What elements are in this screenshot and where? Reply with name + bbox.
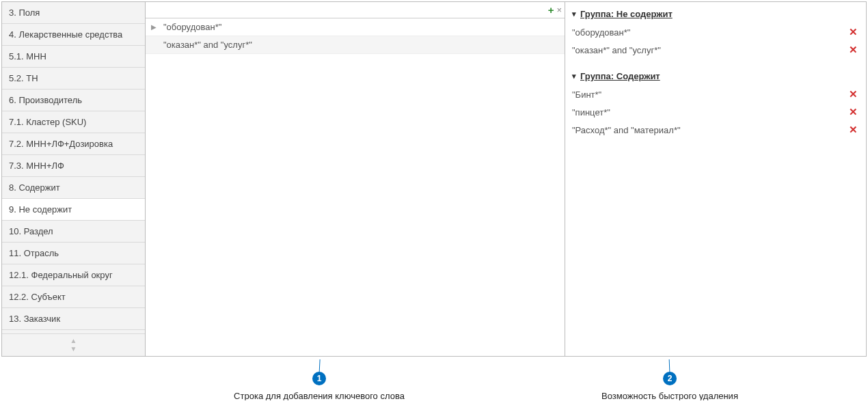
- center-toolbar: + ×: [146, 2, 565, 18]
- sidebar-item-label: 12.1. Федеральный округ: [9, 270, 113, 280]
- expand-icon[interactable]: ▶: [151, 23, 157, 31]
- keyword-row[interactable]: "оказан*" and "услуг*": [146, 36, 565, 54]
- group-item-text: "пинцет*": [572, 107, 610, 118]
- sidebar-item-label: 7.2. МНН+ЛФ+Дозировка: [9, 139, 113, 149]
- sidebar-item-label: 9. Не содержит: [9, 204, 72, 215]
- sidebar-item-customer[interactable]: 13. Заказчик: [2, 308, 145, 330]
- group-item: "оборудован*" ✕: [572, 23, 859, 41]
- right-panel: ▾ Группа: Не содержит "оборудован*" ✕ "о…: [565, 2, 866, 356]
- sidebar-item-industry[interactable]: 11. Отрасль: [2, 243, 145, 264]
- delete-icon[interactable]: ✕: [849, 124, 858, 136]
- group-title: Группа: Не содержит: [580, 9, 673, 19]
- group-contains: ▾ Группа: Содержит "Бинт*" ✕ "пинцет*" ✕…: [572, 71, 859, 139]
- sidebar-list: 3. Поля 4. Лекарственные средства 5.1. М…: [2, 2, 145, 333]
- delete-icon[interactable]: ✕: [849, 26, 858, 38]
- group-header[interactable]: ▾ Группа: Содержит: [572, 71, 859, 81]
- sidebar-item-tn[interactable]: 5.2. ТН: [2, 68, 145, 90]
- sidebar-item-label: 12.2. Субъект: [9, 292, 66, 302]
- sidebar-item-mnn-lf-dose[interactable]: 7.2. МНН+ЛФ+Дозировка: [2, 133, 145, 155]
- clear-keyword-icon[interactable]: ×: [556, 5, 562, 15]
- annotation-badge-2: 2: [663, 372, 677, 385]
- annotation-number: 2: [668, 374, 673, 383]
- sidebar-item-label: 6. Производитель: [9, 95, 82, 105]
- keyword-text: "оборудован*": [163, 22, 221, 32]
- app-container: 3. Поля 4. Лекарственные средства 5.1. М…: [1, 1, 867, 357]
- group-item: "оказан*" and "услуг*" ✕: [572, 41, 859, 59]
- sidebar-item-label: 7.3. МНН+ЛФ: [9, 161, 64, 171]
- sidebar-scroll: ▲ ▼: [2, 333, 145, 356]
- group-item: "пинцет*" ✕: [572, 103, 859, 121]
- sidebar-item-contains[interactable]: 8. Содержит: [2, 177, 145, 199]
- group-item: "Бинт*" ✕: [572, 85, 859, 103]
- chevron-down-icon[interactable]: ▾: [572, 72, 576, 81]
- sidebar-item-federal-district[interactable]: 12.1. Федеральный округ: [2, 264, 145, 286]
- sidebar-item-mnn-lf[interactable]: 7.3. МНН+ЛФ: [2, 155, 145, 177]
- group-item-text: "Расход*" and "материал*": [572, 125, 681, 135]
- annotations: 1 Строка для добавления ключевого слова …: [0, 359, 868, 400]
- keyword-row[interactable]: ▶ "оборудован*": [146, 18, 565, 36]
- annotation-label-2: Возможность быстрого удаления: [567, 391, 772, 400]
- sidebar-item-label: 5.1. МНН: [9, 51, 46, 61]
- sidebar-item-manufacturer[interactable]: 6. Производитель: [2, 90, 145, 111]
- delete-icon[interactable]: ✕: [849, 88, 858, 100]
- group-item-text: "Бинт*": [572, 90, 601, 100]
- group-not-contains: ▾ Группа: Не содержит "оборудован*" ✕ "о…: [572, 9, 859, 59]
- center-panel: + × ▶ "оборудован*" "оказан*" and "услуг…: [146, 2, 565, 356]
- scroll-down-icon[interactable]: ▼: [70, 345, 77, 353]
- sidebar-item-label: 8. Содержит: [9, 182, 60, 193]
- sidebar-item-label: 3. Поля: [9, 8, 40, 18]
- sidebar: 3. Поля 4. Лекарственные средства 5.1. М…: [2, 2, 146, 356]
- chevron-down-icon[interactable]: ▾: [572, 10, 576, 18]
- sidebar-item-subject[interactable]: 12.2. Субъект: [2, 286, 145, 308]
- add-keyword-icon[interactable]: +: [548, 4, 554, 16]
- sidebar-item-label: 10. Раздел: [9, 226, 53, 236]
- group-item-text: "оборудован*": [572, 27, 630, 38]
- group-item-text: "оказан*" and "услуг*": [572, 45, 661, 55]
- sidebar-item-label: 4. Лекарственные средства: [9, 29, 122, 40]
- group-item: "Расход*" and "материал*" ✕: [572, 121, 859, 139]
- sidebar-item-mnn[interactable]: 5.1. МНН: [2, 46, 145, 68]
- keyword-list: ▶ "оборудован*" "оказан*" and "услуг*": [146, 18, 565, 356]
- sidebar-item-fields[interactable]: 3. Поля: [2, 2, 145, 24]
- scroll-up-icon[interactable]: ▲: [70, 337, 77, 345]
- annotation-badge-1: 1: [312, 372, 326, 385]
- annotation-number: 1: [317, 374, 322, 383]
- delete-icon[interactable]: ✕: [849, 44, 858, 56]
- sidebar-item-not-contains[interactable]: 9. Не содержит: [2, 199, 145, 221]
- sidebar-item-section[interactable]: 10. Раздел: [2, 221, 145, 243]
- delete-icon[interactable]: ✕: [849, 106, 858, 118]
- sidebar-item-label: 13. Заказчик: [9, 314, 60, 324]
- sidebar-item-label: 5.2. ТН: [9, 73, 38, 83]
- sidebar-item-cluster[interactable]: 7.1. Кластер (SKU): [2, 111, 145, 133]
- sidebar-item-label: 7.1. Кластер (SKU): [9, 117, 86, 127]
- annotation-label-1: Строка для добавления ключевого слова: [217, 391, 422, 400]
- sidebar-item-drugs[interactable]: 4. Лекарственные средства: [2, 24, 145, 46]
- keyword-text: "оказан*" and "услуг*": [163, 40, 252, 50]
- group-header[interactable]: ▾ Группа: Не содержит: [572, 9, 859, 19]
- group-title: Группа: Содержит: [580, 71, 660, 81]
- sidebar-item-label: 11. Отрасль: [9, 248, 59, 258]
